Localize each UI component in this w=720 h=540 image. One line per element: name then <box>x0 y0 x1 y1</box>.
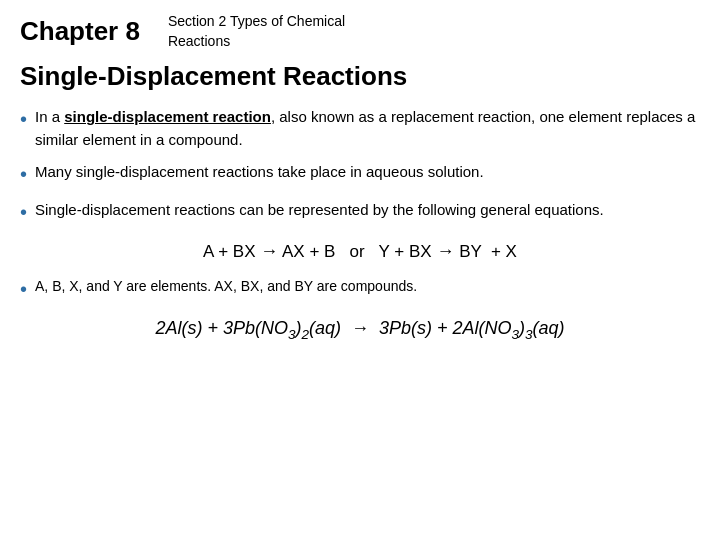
list-item: • Many single-displacement reactions tak… <box>20 161 700 189</box>
note-item: • A, B, X, and Y are elements. AX, BX, a… <box>20 276 700 304</box>
key-term: single-displacement reaction <box>64 108 271 125</box>
section-header: Section 2 Types of Chemical Reactions <box>168 12 345 51</box>
page-title: Single-Displacement Reactions <box>20 61 700 92</box>
chemical-equation: 2Al(s) + 3Pb(NO3)2(aq) → 3Pb(s) + 2Al(NO… <box>20 318 700 342</box>
chem-eq-text: 2Al(s) + 3Pb(NO3)2(aq) → 3Pb(s) + 2Al(NO… <box>155 318 564 338</box>
chapter-title: Chapter 8 <box>20 12 140 47</box>
arrow-icon: → <box>260 241 278 261</box>
bullet-list: • In a single-displacement reaction, als… <box>20 106 700 227</box>
bullet-dot-3: • <box>20 197 27 227</box>
bullet-text-2: Many single-displacement reactions take … <box>35 161 484 184</box>
bullet-dot-2: • <box>20 159 27 189</box>
section-line2: Reactions <box>168 32 345 52</box>
header-row: Chapter 8 Section 2 Types of Chemical Re… <box>20 12 700 51</box>
bullet-text-1: In a single-displacement reaction, also … <box>35 106 700 151</box>
list-item: • In a single-displacement reaction, als… <box>20 106 700 151</box>
list-item: • Single-displacement reactions can be r… <box>20 199 700 227</box>
bullet-text-3: Single-displacement reactions can be rep… <box>35 199 604 222</box>
section-line1: Section 2 Types of Chemical <box>168 12 345 32</box>
note-list: • A, B, X, and Y are elements. AX, BX, a… <box>20 276 700 304</box>
arrow-icon-2: → <box>436 241 454 261</box>
bullet-dot-4: • <box>20 274 27 304</box>
arrow-icon-3: → <box>351 318 369 338</box>
general-equations: A + BX → AX + B or Y + BX → BY + X <box>20 241 700 262</box>
or-text: or <box>350 242 365 261</box>
bullet-dot-1: • <box>20 104 27 134</box>
note-text: A, B, X, and Y are elements. AX, BX, and… <box>35 276 417 297</box>
